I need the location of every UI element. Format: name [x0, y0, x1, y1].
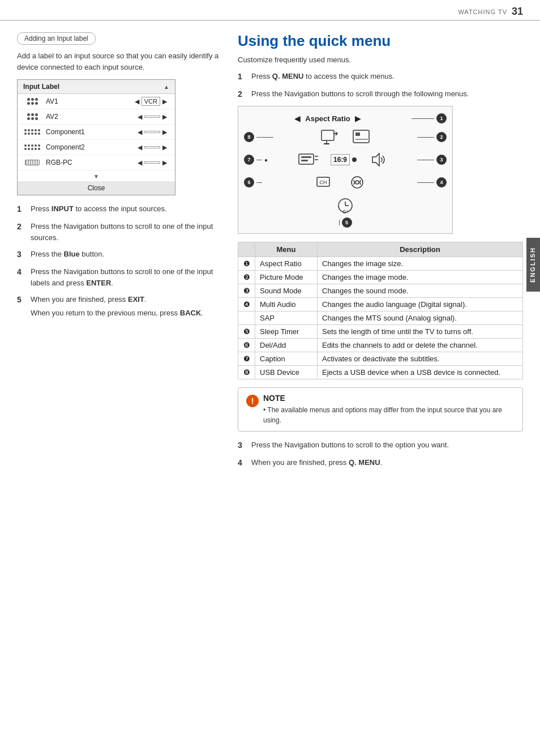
step-1: 1 Press INPUT to access the input source… — [17, 203, 221, 215]
main-content: Adding an Input label Add a label to an … — [0, 21, 540, 486]
table-row: ❼ Caption Activates or deactivate the su… — [238, 352, 523, 366]
note-icon: ! — [246, 395, 259, 407]
svg-rect-3 — [353, 130, 369, 143]
svg-rect-8 — [301, 160, 308, 161]
sound-mode-icon — [368, 151, 387, 169]
num-3-badge: 3 — [436, 155, 447, 165]
del-add-icon: CH — [315, 173, 336, 191]
close-button[interactable]: Close — [18, 181, 175, 195]
comp2-icon — [23, 142, 41, 152]
step-3: 3 Press the Blue button. — [17, 249, 221, 260]
page-title: Using the quick menu — [238, 32, 523, 50]
menu-description-table: Menu Description ❶ Aspect Ratio Changes … — [238, 242, 523, 379]
svg-rect-6 — [299, 154, 314, 164]
picture-mode-icon — [352, 128, 371, 146]
right-column: Using the quick menu Customize frequentl… — [238, 32, 523, 475]
scroll-down-icon: ▼ — [93, 173, 99, 180]
aspect-ratio-display: 16:9 — [331, 154, 357, 165]
table-row: ❻ Del/Add Edits the channels to add or d… — [238, 339, 523, 352]
svg-rect-0 — [322, 130, 334, 140]
table-title: Input Label — [23, 83, 59, 91]
right-steps-top: 1 Press Q. MENU to access the quick menu… — [238, 71, 523, 100]
input-label-table: Input Label ▲ AV1 ◀ VCR ▶ — [17, 79, 175, 195]
step-r4: 4 When you are finished, press Q. MENU. — [238, 457, 523, 469]
av1-icon — [23, 96, 41, 106]
left-steps: 1 Press INPUT to access the input source… — [17, 203, 221, 318]
step-r1: 1 Press Q. MENU to access the quick menu… — [238, 71, 523, 83]
num-7-badge: 7 — [244, 155, 254, 165]
dot-icon: ● — [264, 157, 268, 163]
caption-icon — [298, 151, 319, 169]
customize-text: Customize frequently used menus. — [238, 55, 523, 64]
table-row: ❸ Sound Mode Changes the sound mode. — [238, 284, 523, 298]
usb-device-icon — [319, 128, 341, 146]
right-arrow-icon: ▶ — [355, 114, 361, 123]
num-2-badge: 2 — [436, 132, 447, 142]
table-row: ❺ Sleep Timer Sets the length of time un… — [238, 325, 523, 339]
quick-menu-diagram: ◀ Aspect Ratio ▶ 1 8 — [238, 106, 453, 234]
note-box: ! NOTE • The available menus and options… — [238, 387, 523, 432]
table-row: Component1 ◀ ▶ — [18, 125, 175, 140]
step-r2: 2 Press the Navigation buttons to scroll… — [238, 88, 523, 100]
col-header-menu: Menu — [255, 242, 318, 257]
table-row: ❷ Picture Mode Changes the image mode. — [238, 271, 523, 284]
svg-point-11 — [352, 177, 363, 188]
table-row: RGB-PC ◀ ▶ — [18, 155, 175, 170]
table-row: AV2 ◀ ▶ — [18, 109, 175, 125]
page-number: 31 — [512, 6, 523, 18]
page-header: WATCHING TV 31 — [0, 0, 540, 21]
aspect-ratio-label: Aspect Ratio — [305, 114, 350, 123]
right-steps-bottom: 3 Press the Navigation buttons to scroll… — [238, 439, 523, 469]
svg-text:CH: CH — [320, 180, 327, 185]
col-header-num — [238, 242, 255, 257]
table-row: AV1 ◀ VCR ▶ — [18, 94, 175, 109]
svg-point-12 — [355, 181, 359, 184]
scroll-up-icon: ▲ — [164, 84, 169, 90]
table-row: SAP Changes the MTS sound (Analog signal… — [238, 311, 523, 325]
note-title: NOTE — [263, 394, 515, 403]
svg-rect-4 — [355, 133, 360, 136]
num-4-badge: 4 — [436, 177, 447, 187]
left-arrow-icon: ◀ — [294, 114, 301, 123]
num-8-badge: 8 — [244, 132, 254, 142]
num-6-badge: 6 — [244, 177, 254, 187]
section-label: WATCHING TV — [458, 8, 507, 15]
av2-icon — [23, 112, 41, 122]
section-label-box: Adding an Input label — [17, 32, 96, 45]
table-row: ❽ USB Device Ejects a USB device when a … — [238, 366, 523, 379]
intro-text: Add a label to an input source so that y… — [17, 50, 221, 72]
table-row: ❹ Multi Audio Changes the audio language… — [238, 298, 523, 311]
left-column: Adding an Input label Add a label to an … — [17, 32, 221, 475]
step-r3: 3 Press the Navigation buttons to scroll… — [238, 439, 523, 451]
num-5-badge: 5 — [342, 217, 352, 228]
sleep-timer-icon: G² — [335, 196, 356, 215]
rgbpc-icon — [23, 157, 41, 168]
table-row: ❶ Aspect Ratio Changes the image size. — [238, 257, 523, 271]
svg-rect-7 — [301, 156, 311, 158]
comp1-icon — [23, 127, 41, 137]
note-content: NOTE • The available menus and options m… — [263, 394, 515, 425]
step-5: 5 When you are finished, press EXIT. Whe… — [17, 294, 221, 318]
table-row: Component2 ◀ ▶ — [18, 140, 175, 155]
num-1-badge: 1 — [436, 113, 447, 123]
step-2: 2 Press the Navigation buttons to scroll… — [17, 221, 221, 243]
note-text: The available menus and options may diff… — [263, 406, 502, 424]
table-title-row: Input Label ▲ — [18, 80, 175, 94]
step-4: 4 Press the Navigation buttons to scroll… — [17, 266, 221, 288]
svg-text:G²: G² — [342, 209, 348, 215]
multi-audio-icon — [348, 173, 367, 191]
col-header-desc: Description — [318, 242, 523, 257]
english-tab: ENGLISH — [526, 238, 540, 292]
svg-rect-2 — [324, 143, 329, 144]
